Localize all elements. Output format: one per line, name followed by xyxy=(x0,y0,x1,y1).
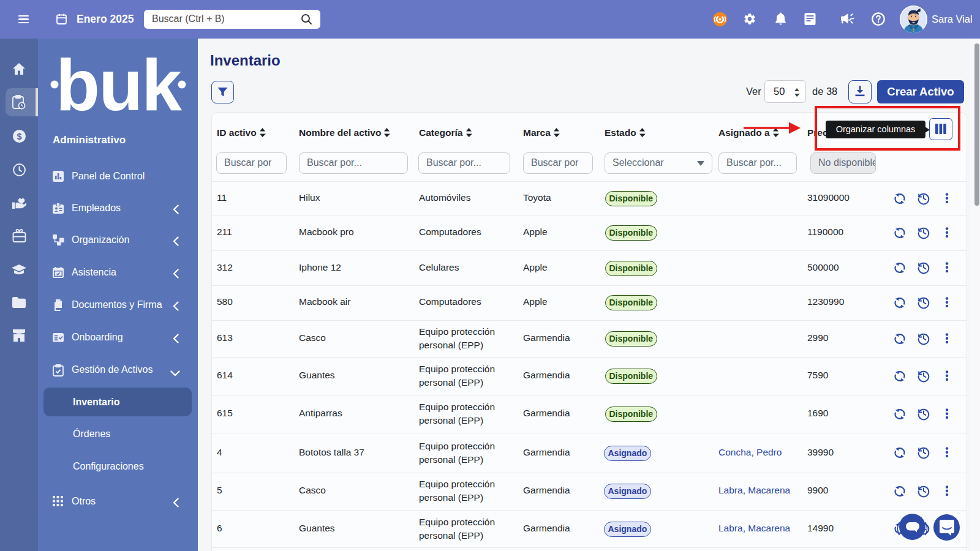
svg-text:$: $ xyxy=(17,132,21,141)
svg-text:buk: buk xyxy=(56,52,182,119)
